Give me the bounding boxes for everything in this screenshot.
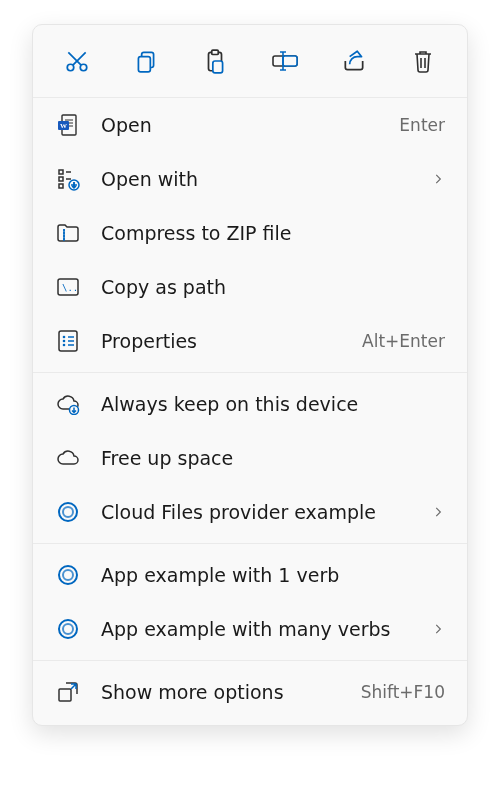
delete-button[interactable] [401,39,445,83]
menu-item-label: Compress to ZIP file [101,222,445,245]
rename-button[interactable] [263,39,307,83]
svg-point-47 [59,620,77,638]
svg-rect-24 [59,184,63,188]
svg-text:W: W [60,122,67,130]
svg-point-37 [63,340,66,343]
svg-point-1 [80,64,87,71]
svg-rect-49 [59,689,71,701]
svg-rect-22 [59,170,63,174]
svg-rect-5 [139,57,151,72]
svg-point-46 [63,570,73,580]
svg-point-0 [67,64,74,71]
word-file-icon: W [55,112,81,138]
paste-button[interactable] [193,39,237,83]
app-swirl-icon [55,499,81,525]
svg-point-44 [63,507,73,517]
delete-icon [411,48,435,74]
context-menu: W Open Enter [32,24,468,726]
menu-item-label: Properties [101,330,342,353]
menu-item-open[interactable]: W Open Enter [33,98,467,152]
divider [33,372,467,373]
chevron-right-icon [431,505,445,519]
menu-item-label: App example with 1 verb [101,564,445,587]
menu-item-compress-zip[interactable]: Compress to ZIP file [33,206,467,260]
menu-item-label: Open [101,114,379,137]
svg-rect-7 [212,50,219,54]
menu-item-app-manyverb[interactable]: App example with many verbs [33,602,467,656]
menu-item-label: Show more options [101,681,341,704]
paste-icon [202,48,228,74]
menu-item-show-more[interactable]: Show more options Shift+F10 [33,665,467,719]
copy-path-icon: \.. [55,274,81,300]
menu-item-cloud-provider[interactable]: Cloud Files provider example [33,485,467,539]
menu-item-app-1verb[interactable]: App example with 1 verb [33,548,467,602]
cloud-keep-icon [55,391,81,417]
svg-point-48 [63,624,73,634]
svg-rect-10 [283,56,297,66]
divider [33,660,467,661]
menu-item-shortcut: Enter [399,115,445,135]
menu-item-free-up[interactable]: Free up space [33,431,467,485]
menu-item-label: Always keep on this device [101,393,445,416]
rename-icon [271,49,299,73]
copy-button[interactable] [124,39,168,83]
menu-item-label: Free up space [101,447,445,470]
menu-item-open-with[interactable]: Open with [33,152,467,206]
menu-item-label: Copy as path [101,276,445,299]
cut-button[interactable] [55,39,99,83]
show-more-icon [55,679,81,705]
copy-icon [133,48,159,74]
svg-point-45 [59,566,77,584]
app-swirl-icon [55,562,81,588]
open-with-icon [55,166,81,192]
properties-icon [55,328,81,354]
menu-item-copy-as-path[interactable]: \.. Copy as path [33,260,467,314]
svg-point-38 [63,344,66,347]
chevron-right-icon [431,172,445,186]
menu-item-shortcut: Shift+F10 [361,682,445,702]
menu-item-properties[interactable]: Properties Alt+Enter [33,314,467,368]
svg-rect-23 [59,177,63,181]
menu-item-shortcut: Alt+Enter [362,331,445,351]
svg-rect-8 [213,61,223,73]
menu-item-always-keep[interactable]: Always keep on this device [33,377,467,431]
menu-item-label: Open with [101,168,411,191]
svg-point-36 [63,336,66,339]
cut-icon [64,48,90,74]
chevron-right-icon [431,622,445,636]
app-swirl-icon [55,616,81,642]
svg-point-43 [59,503,77,521]
svg-text:\..: \.. [62,283,78,293]
menu-item-label: App example with many verbs [101,618,411,641]
zip-folder-icon [55,220,81,246]
divider [33,543,467,544]
share-button[interactable] [332,39,376,83]
menu-item-label: Cloud Files provider example [101,501,411,524]
share-icon [341,48,367,74]
toolbar [33,25,467,98]
cloud-icon [55,445,81,471]
